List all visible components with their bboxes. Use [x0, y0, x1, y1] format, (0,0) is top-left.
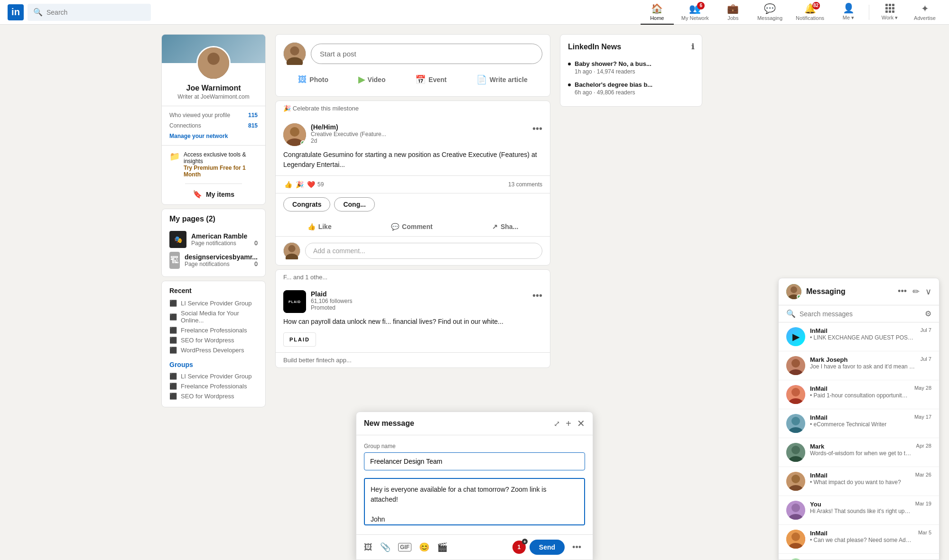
group-item-1[interactable]: ⬛ Freelance Professionals [169, 381, 258, 391]
page-info-0: American Ramble Page notifications 0 [191, 232, 258, 247]
page-item-0[interactable]: 🎭 American Ramble Page notifications 0 [169, 229, 258, 250]
page-item-1[interactable]: 🏗 designservicesbyamr... Page notificati… [169, 250, 258, 271]
svg-point-22 [786, 414, 805, 417]
search-bar[interactable]: 🔍 [28, 4, 151, 21]
msg-avatar-3 [786, 414, 805, 417]
nav-advertise-label: Advertise [914, 15, 936, 21]
recent-item-1[interactable]: ⬛ Social Media for Your Online... [169, 308, 258, 325]
post-header: (He/Him) Creative Executive (Feature... … [276, 116, 550, 150]
messaging-header[interactable]: Messaging ••• ✏ ∨ [779, 278, 939, 305]
msg-search-input[interactable] [800, 310, 921, 318]
nav-work-label: Work ▾ [882, 15, 898, 21]
group-icon-3: ⬛ [169, 337, 177, 344]
comment-icon: 💬 [391, 223, 399, 230]
profile-title: Writer at JoeWarnimont.com [172, 92, 255, 106]
nav-home-label: Home [650, 15, 664, 21]
feed-post-congratulate: 🎉 Celebrate this milestone (He/Him) Crea… [275, 101, 550, 266]
post-input[interactable]: Start a post [311, 44, 542, 64]
profile-views-row[interactable]: Who viewed your profile 115 [169, 110, 258, 120]
msg-info-2: InMail • Paid 1-hour consultation opport… [810, 385, 910, 399]
msg-name-1: Mark Joseph [810, 356, 916, 363]
connections-row[interactable]: Connections 815 [169, 120, 258, 131]
plaid-info: Plaid 61,106 followers Promoted [311, 290, 528, 311]
msg-list: ▶ InMail • LINK EXCHANGE AND GUEST POST … [779, 322, 939, 417]
promoted-sub-text: Build better fintech app... [276, 352, 550, 367]
msg-avatar-1 [786, 356, 805, 375]
msg-preview-1: Joe I have a favor to ask and it'd mean … [810, 363, 916, 370]
messaging-compose-icon[interactable]: ✏ [912, 286, 920, 297]
post-reactions: 👍 🎉 ❤️ 59 13 comments [276, 175, 550, 193]
msg-item-2[interactable]: InMail • Paid 1-hour consultation opport… [779, 380, 939, 409]
page-name-1: designservicesbyamr... [185, 253, 258, 261]
msg-item-1[interactable]: Mark Joseph Joe I have a favor to ask an… [779, 351, 939, 380]
nm-header: New message ⤢ + ✕ [356, 412, 593, 417]
msg-name-0: InMail [810, 327, 916, 334]
group-list-icon-0: ⬛ [169, 373, 177, 380]
post-options-icon-2[interactable]: ••• [532, 290, 542, 301]
messaging-collapse-icon[interactable]: ∨ [925, 286, 931, 297]
post-author-avatar[interactable] [283, 123, 306, 146]
like-label: Like [318, 223, 332, 230]
inmail-icon-0: ▶ [792, 331, 800, 342]
news-item-0[interactable]: Baby shower? No, a bus... 1h ago · 14,97… [568, 57, 694, 78]
comment-btn[interactable]: 💬 Comment [385, 219, 438, 234]
recent-item-3[interactable]: ⬛ SEO for Wordpress [169, 335, 258, 345]
search-input[interactable] [47, 9, 145, 16]
promoted-header-row: PLAID Plaid 61,106 followers Promoted ••… [276, 283, 550, 317]
recent-item-4[interactable]: ⬛ WordPress Developers [169, 345, 258, 355]
messaging-avatar [786, 284, 801, 299]
nav-my-network[interactable]: 👥 6 My Network [676, 0, 715, 25]
profile-stats: Who viewed your profile 115 Connections … [162, 106, 265, 145]
plaid-name[interactable]: Plaid [311, 290, 528, 298]
nav-work[interactable]: Work ▾ [873, 0, 906, 25]
nav-advertise[interactable]: ✦ Advertise [908, 0, 941, 25]
comment-label: Comment [402, 223, 433, 230]
congrats-btn-0[interactable]: Congrats [283, 197, 330, 211]
news-dot-0 [568, 63, 571, 65]
post-options-icon[interactable]: ••• [532, 123, 542, 134]
premium-link[interactable]: Try Premium Free for 1 Month [184, 165, 246, 178]
manage-network-link[interactable]: Manage your network [169, 131, 258, 141]
connections-label: Connections [169, 122, 201, 129]
my-items[interactable]: 🔖 My items [185, 184, 242, 204]
promoted-header: F... and 1 othe... [276, 270, 550, 283]
msg-item-0[interactable]: ▶ InMail • LINK EXCHANGE AND GUEST POST … [779, 322, 939, 351]
nav-me[interactable]: 👤 Me ▾ [832, 0, 865, 25]
post-author-name[interactable]: (He/Him) [311, 123, 528, 131]
linkedin-logo[interactable]: in [8, 4, 24, 20]
msg-filter-icon[interactable]: ⚙ [925, 309, 931, 318]
group-item-2[interactable]: ⬛ SEO for Wordpress [169, 391, 258, 401]
post-body: Congratulate Gesumino for starting a new… [276, 150, 550, 175]
nav-jobs[interactable]: 💼 Jobs [716, 0, 750, 25]
reactions-count: 59 [317, 181, 324, 188]
profile-name[interactable]: Joe Warnimont [181, 84, 247, 92]
share-btn[interactable]: ↗ Sha... [486, 219, 524, 234]
post-video-btn[interactable]: ▶ Video [353, 71, 391, 89]
group-item-0[interactable]: ⬛ LI Service Provider Group [169, 371, 258, 381]
like-btn[interactable]: 👍 Like [302, 219, 337, 234]
messaging-options-icon[interactable]: ••• [898, 286, 907, 297]
post-event-btn[interactable]: 📅 Event [409, 71, 452, 89]
post-article-btn[interactable]: 📄 Write article [471, 71, 533, 89]
comment-input[interactable]: Add a comment... [305, 243, 542, 259]
online-status-dot [300, 140, 306, 146]
nav-messaging[interactable]: 💬 Messaging [752, 0, 788, 25]
nav-notifications-label: Notifications [796, 15, 824, 21]
post-photo-btn[interactable]: 🖼 Photo [292, 71, 334, 89]
news-info-icon[interactable]: ℹ [691, 42, 694, 51]
news-item-1[interactable]: Bachelor's degree bias b... 6h ago · 49,… [568, 78, 694, 99]
main-nav: 🏠 Home 👥 6 My Network 💼 Jobs 💬 Messaging… [641, 0, 941, 25]
recent-item-2[interactable]: ⬛ Freelance Professionals [169, 325, 258, 335]
comments-count[interactable]: 13 comments [508, 181, 542, 188]
msg-search-bar[interactable]: 🔍 ⚙ [779, 305, 939, 322]
plaid-logo-avatar[interactable]: PLAID [283, 290, 306, 313]
profile-avatar[interactable] [196, 46, 231, 80]
plaid-banner-logo: PLAID [283, 332, 316, 347]
msg-item-3[interactable]: InMail • eCommerce Technical Writer May … [779, 409, 939, 417]
nav-notifications[interactable]: 🔔 82 Notifications [790, 0, 830, 25]
nav-home[interactable]: 🏠 Home [641, 0, 674, 25]
congrats-buttons: Congrats Cong... [276, 193, 550, 217]
congrats-btn-1[interactable]: Cong... [334, 197, 374, 211]
page-thumb-0: 🎭 [169, 231, 186, 248]
recent-item-0[interactable]: ⬛ LI Service Provider Group [169, 298, 258, 308]
